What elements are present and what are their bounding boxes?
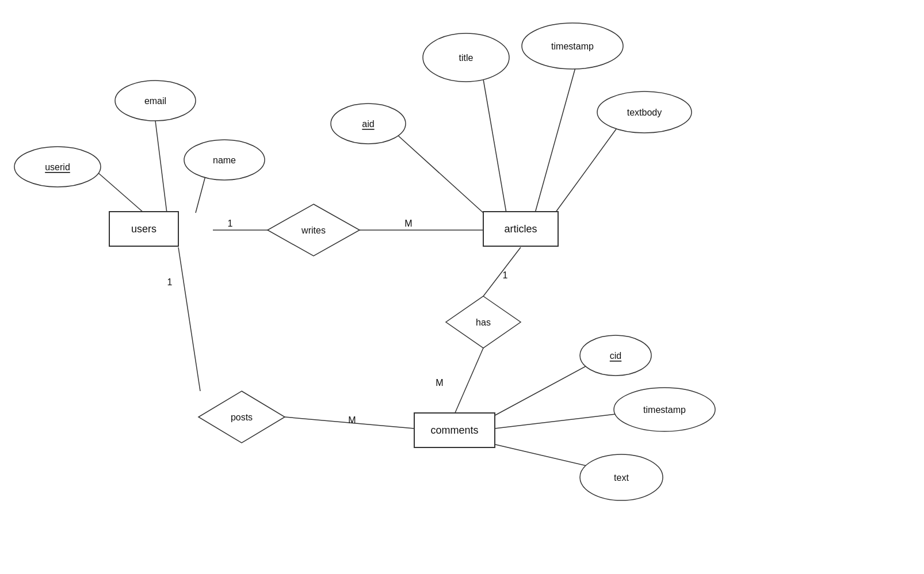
card-articles-has: 1: [503, 270, 508, 280]
connector-aid-articles: [391, 129, 483, 213]
card-users-posts: 1: [167, 277, 173, 287]
connector-userid-users: [98, 173, 144, 213]
connector-text-comments: [483, 442, 587, 466]
attr-aid-label: aid: [362, 119, 374, 129]
connector-textbody-articles: [555, 122, 621, 213]
attr-timestamp-articles-label: timestamp: [551, 41, 594, 51]
card-comments-posts: M: [348, 415, 356, 425]
attr-userid-label: userid: [45, 162, 70, 172]
attr-cid-label: cid: [610, 351, 621, 361]
er-diagram: userid email name aid title timestamp te…: [0, 0, 924, 574]
entity-comments-label: comments: [430, 424, 478, 436]
attr-email-label: email: [144, 96, 166, 106]
entity-users-label: users: [131, 223, 156, 235]
attr-timestamp-comments-label: timestamp: [643, 405, 686, 415]
attr-title-label: title: [459, 53, 474, 63]
connector-has-comments: [455, 348, 483, 414]
card-comments-has: M: [436, 378, 443, 388]
rel-has-label: has: [476, 317, 491, 327]
connector-timestamp-articles: [535, 68, 575, 213]
connector-cid-comments: [492, 364, 590, 417]
connector-email-users: [155, 121, 167, 213]
connector-users-posts: [178, 247, 200, 391]
attr-textbody-label: textbody: [627, 108, 662, 117]
rel-posts-label: posts: [231, 412, 253, 422]
attr-name-label: name: [213, 155, 236, 165]
entity-articles-label: articles: [504, 223, 537, 235]
connector-title-articles: [483, 79, 506, 213]
rel-writes-label: writes: [301, 225, 326, 235]
connector-timestamp-comments: [495, 414, 616, 428]
card-articles-writes: M: [404, 219, 412, 228]
card-users-writes: 1: [228, 219, 233, 228]
attr-text-label: text: [614, 473, 629, 483]
connector-articles-has: [483, 247, 521, 296]
